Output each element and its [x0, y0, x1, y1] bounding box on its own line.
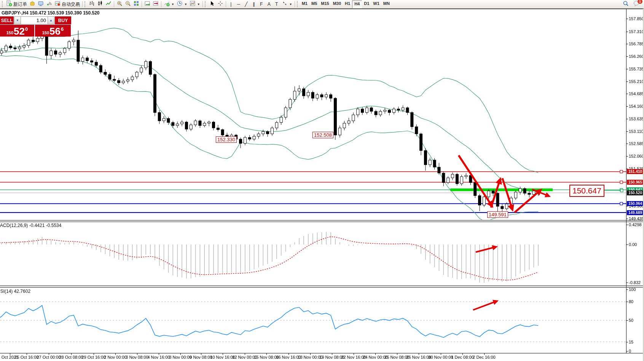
notification-count-badge: 1 — [638, 0, 642, 4]
auto-scroll-button[interactable] — [143, 0, 151, 8]
timeframe-button-H1[interactable]: H1 — [343, 0, 352, 8]
one-click-trade-panel: SELL ▼ ▲ BUY 150 52 0 150 56 6 — [0, 16, 72, 37]
price-marker-badge: 151.410 — [627, 169, 644, 174]
search-button[interactable] — [622, 0, 630, 8]
price-axis-tick: 154.685 — [629, 91, 644, 96]
template-icon — [190, 0, 196, 8]
buy-price-display[interactable]: 150 56 6 — [35, 25, 71, 37]
swing-low-annotation[interactable]: 152.508 — [312, 132, 333, 138]
bar-chart-icon — [89, 0, 95, 8]
timeframe-button-M30[interactable]: M30 — [331, 0, 343, 8]
timeframe-button-D1[interactable]: D1 — [362, 0, 371, 8]
price-axis-tick: 157.850 — [629, 16, 644, 21]
toolbar-grip[interactable] — [297, 1, 299, 7]
indicators-button[interactable]: ▼ — [163, 0, 175, 8]
toolbar-grip[interactable] — [205, 1, 207, 7]
trendline-icon: ╱ — [245, 2, 247, 7]
volume-increment-button[interactable]: ▲ — [48, 16, 54, 24]
text-label-button[interactable]: T — [273, 0, 281, 8]
chart-shift-button[interactable] — [151, 0, 160, 8]
price-axis-tick: 155.735 — [629, 67, 644, 71]
chevron-down-icon: ▼ — [289, 3, 292, 6]
text-label-icon: T — [275, 2, 278, 7]
search-icon — [623, 0, 629, 8]
resistance-price-callout[interactable]: 150.647 — [569, 185, 604, 197]
periods-button[interactable]: ▼ — [175, 0, 188, 8]
sell-price-big: 52 — [14, 27, 25, 36]
notifications-button[interactable]: 1 — [632, 0, 641, 8]
macd-axis-label: 0.4298 — [629, 222, 642, 227]
channel-button[interactable]: ∥ — [250, 0, 258, 8]
price-axis-tick: 157.310 — [629, 29, 644, 34]
buy-price-big: 56 — [49, 27, 61, 36]
timeframe-button-M1[interactable]: M1 — [300, 0, 309, 8]
cursor-icon — [209, 0, 215, 8]
trendline-button[interactable]: ╱ — [242, 0, 250, 8]
cursor-button[interactable] — [208, 0, 216, 8]
rsi-axis-label: 50 — [629, 318, 633, 323]
price-axis-tick: 154.160 — [629, 104, 644, 109]
sell-price-sup: 0 — [25, 26, 28, 32]
price-axis-tick: 155.210 — [629, 79, 644, 84]
bar-chart-button[interactable] — [88, 0, 96, 8]
rsi-axis-label: 80 — [629, 299, 633, 304]
text-button[interactable]: A — [265, 0, 273, 8]
macd-axis-label: -0.832 — [629, 280, 641, 285]
timeframe-button-W1[interactable]: W1 — [371, 0, 381, 8]
rsi-axis-label: 100 — [629, 287, 636, 292]
autotrading-label: 自动交易 — [62, 1, 80, 8]
price-chart-canvas[interactable] — [0, 0, 644, 361]
chevron-down-icon: ▼ — [171, 3, 174, 6]
price-axis-tick: 156.260 — [629, 54, 644, 59]
new-order-icon — [6, 0, 12, 8]
horizontal-line-button[interactable]: ─ — [235, 0, 242, 8]
price-marker-badge: 149.689 — [627, 210, 644, 215]
price-marker-badge: 150.520 — [627, 190, 644, 195]
market-watch-button[interactable] — [37, 0, 45, 8]
arrows-button[interactable]: ▼ — [281, 0, 293, 8]
candlestick-icon — [97, 0, 103, 8]
timeframe-button-H4[interactable]: H4 — [352, 0, 362, 8]
signals-button[interactable] — [45, 0, 53, 8]
sell-price-display[interactable]: 150 52 0 — [0, 25, 34, 37]
mt4-window: 新订单 自动交易 ▼ ▼ ▼ | ─ ╱ ∥ F A T ▼ — [0, 0, 644, 361]
templates-button[interactable]: ▼ — [188, 0, 201, 8]
tile-windows-button[interactable] — [132, 0, 140, 8]
paint-icon — [29, 0, 35, 8]
buy-price-sup: 6 — [61, 26, 64, 32]
toolbar-grip[interactable] — [84, 1, 86, 7]
buy-price-prefix: 150 — [42, 30, 49, 35]
macd-axis-label: 0.00 — [629, 242, 637, 247]
chevron-down-icon: ▼ — [184, 3, 187, 6]
buy-button[interactable]: BUY — [55, 16, 71, 24]
tile-windows-icon — [133, 0, 139, 8]
timeframe-button-MN[interactable]: MN — [381, 0, 392, 8]
price-marker-badge: 150.965 — [627, 180, 644, 185]
volume-decrement-button[interactable]: ▼ — [14, 16, 21, 24]
new-order-button[interactable]: 新订单 — [5, 0, 28, 8]
swing-low-annotation[interactable]: 152.330 — [216, 136, 237, 143]
zoom-in-button[interactable] — [115, 0, 124, 8]
volume-input[interactable] — [21, 16, 48, 24]
zoom-out-button[interactable] — [124, 0, 132, 8]
crosshair-button[interactable] — [216, 0, 225, 8]
signal-icon — [46, 0, 52, 8]
price-axis-tick: 152.060 — [629, 154, 644, 158]
sell-button[interactable]: SELL — [0, 16, 14, 24]
line-chart-button[interactable] — [104, 0, 113, 8]
vertical-line-button[interactable]: | — [227, 0, 235, 8]
autotrading-button[interactable]: 自动交易 — [53, 0, 81, 8]
toolbar: 新订单 自动交易 ▼ ▼ ▼ | ─ ╱ ∥ F A T ▼ — [0, 0, 644, 9]
swing-low-annotation[interactable]: 149.591 — [487, 211, 508, 218]
candlestick-chart-button[interactable] — [96, 0, 104, 8]
price-axis-tick: 152.585 — [629, 141, 644, 146]
timeframe-button-M5[interactable]: M5 — [309, 0, 319, 8]
symbol-ohlc-label: GBPJPY-,H4 150.472 150.539 150.390 150.5… — [2, 10, 100, 16]
text-icon: A — [268, 2, 271, 7]
chart-properties-button[interactable] — [28, 0, 37, 8]
timeframe-button-M15[interactable]: M15 — [319, 0, 331, 8]
fibonacci-button[interactable]: F — [258, 0, 265, 8]
timeframe-group: M1M5M15M30H1H4D1W1MN — [300, 0, 392, 8]
toolbar-grip[interactable] — [2, 1, 4, 7]
zoom-in-icon — [116, 0, 123, 8]
